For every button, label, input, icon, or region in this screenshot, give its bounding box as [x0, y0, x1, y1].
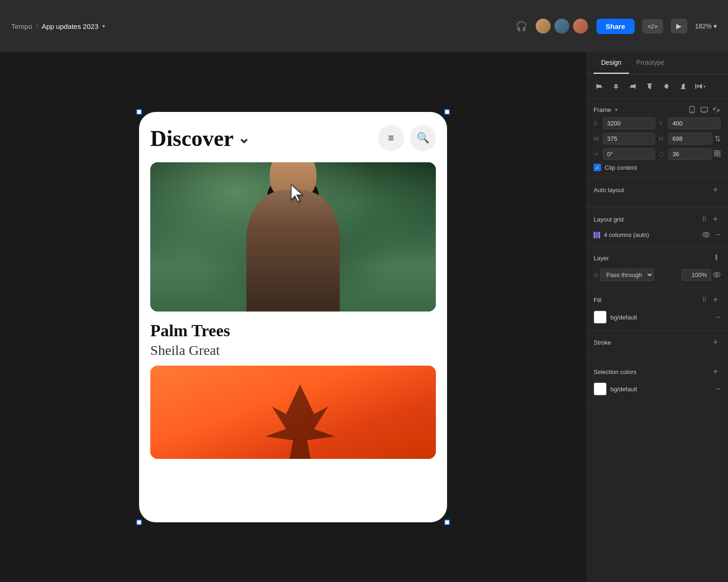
fill-header: Fill ⠿ + — [594, 295, 721, 305]
layout-grid-dots-button[interactable]: ⠿ — [702, 215, 707, 223]
svg-rect-29 — [714, 154, 717, 156]
add-fill-button[interactable]: + — [710, 295, 721, 305]
handle-bottom-left[interactable] — [136, 520, 142, 525]
align-right-button[interactable] — [625, 79, 640, 94]
card-subtitle: Sheila Great — [150, 342, 436, 358]
w-input[interactable] — [603, 133, 655, 145]
handle-top-left[interactable] — [136, 109, 142, 115]
blend-mode-select[interactable]: Pass through — [600, 269, 654, 281]
play-button[interactable]: ▶ — [671, 19, 687, 34]
h-input[interactable] — [668, 133, 713, 145]
handle-top-right[interactable] — [444, 109, 450, 115]
align-top-button[interactable] — [642, 79, 657, 94]
auto-layout-header: Auto layout + — [594, 185, 721, 195]
layer-section: Layer ⊙ Pass through — [586, 247, 728, 288]
svg-rect-24 — [701, 107, 707, 112]
fill-color-swatch[interactable] — [594, 311, 607, 324]
frame-phone-icon[interactable] — [688, 105, 696, 114]
grid-preview-icon — [594, 232, 600, 238]
frame-section: Frame ▾ X Y — [586, 99, 728, 178]
panel-tabs: Design Prototype — [586, 52, 728, 74]
rotation-input[interactable] — [603, 148, 655, 160]
code-button[interactable]: </> — [642, 19, 664, 34]
constrain-proportions-button[interactable]: ⇅ — [714, 134, 721, 143]
search-icon-circle[interactable]: 🔍 — [410, 125, 436, 151]
breadcrumb-app: Tempo — [11, 22, 32, 30]
layer-visibility-button[interactable] — [713, 271, 721, 279]
layer-options-button[interactable] — [712, 253, 721, 263]
corner-label: ◯ — [659, 152, 666, 157]
tab-design[interactable]: Design — [594, 52, 629, 74]
add-selection-color-button[interactable]: + — [710, 367, 721, 377]
layout-grid-columns-label: 4 columns (auto) — [604, 231, 649, 238]
card-text: Palm Trees Sheila Great — [150, 321, 436, 366]
orange-photo-card — [150, 366, 436, 459]
zoom-chevron-icon: ▾ — [714, 22, 717, 30]
discover-chevron-icon: ⌄ — [238, 129, 250, 147]
frame-chevron-icon[interactable]: ▾ — [615, 107, 618, 113]
svg-point-34 — [715, 256, 717, 258]
checkmark-icon: ✓ — [595, 165, 600, 171]
frame-resize-icon[interactable] — [712, 105, 721, 114]
filter-icon-circle[interactable]: ≡ — [378, 125, 404, 151]
frame-wrapper[interactable]: Discover ⌄ ≡ 🔍 — [139, 112, 447, 522]
search-icon: 🔍 — [417, 132, 429, 144]
remove-layout-grid-button[interactable]: − — [715, 230, 721, 240]
align-center-v-button[interactable] — [609, 79, 623, 94]
align-left-button[interactable] — [592, 79, 607, 94]
handle-bottom-right[interactable] — [444, 520, 450, 525]
svg-rect-11 — [650, 84, 651, 89]
tab-prototype[interactable]: Prototype — [629, 52, 672, 74]
x-input[interactable] — [603, 118, 655, 129]
svg-point-35 — [715, 258, 717, 260]
right-panel: Design Prototype ▾ — [586, 52, 728, 582]
frame-label: Frame — [594, 106, 611, 113]
fill-label: bg/default — [610, 314, 637, 321]
breadcrumb-chevron-icon[interactable]: ▾ — [102, 23, 105, 29]
distribute-button[interactable]: ▾ — [693, 79, 707, 94]
svg-rect-19 — [697, 85, 699, 88]
layout-grid-visibility-button[interactable] — [702, 231, 710, 239]
card-title: Palm Trees — [150, 321, 436, 340]
svg-point-37 — [716, 273, 718, 276]
layer-header: Layer — [594, 253, 721, 263]
svg-rect-23 — [691, 111, 693, 112]
align-bottom-button[interactable] — [676, 79, 691, 94]
auto-layout-section: Auto layout + — [586, 178, 728, 208]
phone-frame: Discover ⌄ ≡ 🔍 — [139, 112, 447, 522]
corner-input[interactable] — [668, 148, 712, 160]
h-field: H ⇅ — [659, 133, 721, 145]
properties-grid: X Y W H ⇅ — [594, 118, 721, 145]
svg-rect-17 — [683, 83, 685, 88]
corner-type-button[interactable] — [714, 150, 721, 158]
remove-fill-button[interactable]: − — [715, 312, 721, 322]
selection-colors-header: Selection colors + — [594, 367, 721, 377]
remove-selection-color-button[interactable]: − — [715, 384, 721, 394]
zoom-control[interactable]: 182% ▾ — [695, 22, 717, 30]
svg-rect-5 — [614, 87, 618, 88]
fill-actions: ⠿ + — [702, 295, 721, 305]
share-button[interactable]: Share — [596, 19, 635, 34]
rotation-row: ↗ ◯ — [594, 148, 721, 160]
auto-layout-title: Auto layout — [594, 187, 624, 194]
add-layout-grid-button[interactable]: + — [710, 214, 721, 224]
frame-desktop-icon[interactable] — [700, 105, 708, 114]
add-stroke-button[interactable]: + — [710, 337, 721, 347]
opacity-input[interactable] — [681, 269, 711, 281]
add-auto-layout-button[interactable]: + — [710, 185, 721, 195]
rotation-field: ↗ — [594, 148, 655, 160]
filter-icon: ≡ — [388, 132, 394, 144]
topbar-left: Tempo / App updates 2023 ▾ — [11, 22, 516, 30]
fill-dots-button[interactable]: ⠿ — [702, 296, 707, 304]
layer-title: Layer — [594, 255, 609, 262]
corner-field: ◯ — [659, 148, 721, 160]
discover-title: Discover ⌄ — [150, 125, 250, 151]
blend-icon: ⊙ — [594, 272, 598, 278]
y-input[interactable] — [668, 118, 721, 129]
breadcrumb-page[interactable]: App updates 2023 — [42, 22, 98, 30]
avatar-group — [535, 18, 589, 35]
selection-color-swatch[interactable] — [594, 382, 607, 395]
align-middle-button[interactable] — [659, 79, 674, 94]
clip-content-checkbox[interactable]: ✓ — [594, 164, 601, 171]
canvas-area: Discover ⌄ ≡ 🔍 — [0, 52, 586, 582]
